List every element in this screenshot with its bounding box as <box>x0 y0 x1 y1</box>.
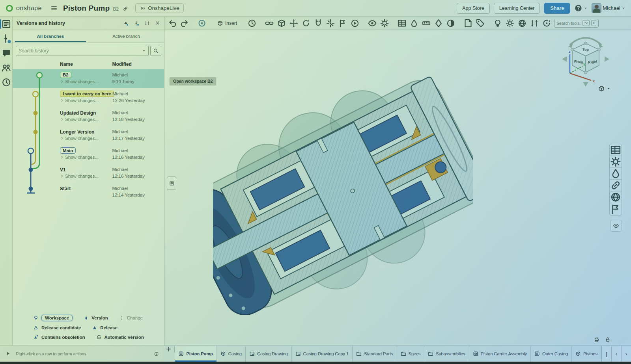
section-view-icon[interactable] <box>446 19 456 28</box>
tab-active-branch[interactable]: Active branch <box>88 30 164 42</box>
tab-manager-button[interactable]: [ <box>601 346 611 362</box>
workspace-badge[interactable]: Main <box>60 147 76 154</box>
search-history-input[interactable] <box>19 48 142 54</box>
tab-specs[interactable]: Specs <box>397 346 425 362</box>
move-part-icon[interactable] <box>289 19 299 28</box>
3d-viewport[interactable]: Open workspace B2 Top Front Right z x y <box>164 30 631 345</box>
configurations-panel-icon[interactable] <box>610 156 622 168</box>
bom-panel-icon[interactable] <box>610 144 622 156</box>
tab-standard-parts[interactable]: Standard Parts <box>353 346 397 362</box>
tab-casing-drawing[interactable]: Casing Drawing <box>246 346 292 362</box>
named-positions-icon[interactable] <box>338 19 347 28</box>
search-tools-box[interactable]: ⌥ c <box>554 19 599 28</box>
compare-icon[interactable] <box>144 20 150 26</box>
mate-icon[interactable] <box>265 19 274 28</box>
onshape-live-badge[interactable]: OnshapeLive <box>135 3 184 13</box>
tab-outer-casing[interactable]: Outer Casing <box>531 346 572 362</box>
compare-tool-icon[interactable] <box>530 19 539 28</box>
tag-icon[interactable] <box>476 19 485 28</box>
share-button[interactable]: Share <box>544 3 570 14</box>
document-menu-icon[interactable] <box>50 5 58 12</box>
version-row-main[interactable]: Main Show changes... Michael12:16 Yester… <box>13 145 164 164</box>
show-changes-link[interactable]: Show changes... <box>60 79 99 84</box>
printer-icon[interactable] <box>594 337 599 342</box>
versions-panel-icon[interactable] <box>1 19 11 29</box>
chevron-down-icon[interactable] <box>142 49 146 53</box>
display-states-icon[interactable] <box>368 19 377 28</box>
search-tools-input[interactable] <box>556 21 581 26</box>
tab-casing-drawing-copy-1[interactable]: Casing Drawing Copy 1 <box>292 346 353 362</box>
version-row-longer-version[interactable]: Longer Version Show changes... Michael12… <box>13 126 164 145</box>
sharing-panel-icon[interactable] <box>610 191 622 203</box>
create-version-icon[interactable] <box>1 33 11 44</box>
group-icon[interactable] <box>277 19 286 28</box>
insert-button[interactable]: Insert <box>215 19 239 27</box>
explode-icon[interactable] <box>326 19 335 28</box>
version-name[interactable]: Updated Design <box>60 110 96 116</box>
show-changes-link[interactable]: Show changes... <box>60 98 99 103</box>
mass-properties-icon[interactable] <box>434 19 443 28</box>
search-history-combobox[interactable] <box>16 46 149 56</box>
share-view-icon[interactable] <box>517 19 527 28</box>
learning-center-button[interactable]: Learning Center <box>494 3 540 14</box>
tab-piston-carrier-assembly[interactable]: Piston Carrier Assembly <box>469 346 531 362</box>
redo-icon[interactable] <box>180 19 189 28</box>
workspace-badge[interactable]: B2 <box>60 72 71 78</box>
show-changes-link[interactable]: Show changes... <box>60 174 99 178</box>
version-name[interactable]: V1 <box>60 166 66 173</box>
sheet-metal-icon[interactable] <box>463 19 473 28</box>
view-options-menu[interactable] <box>598 85 610 92</box>
info-icon[interactable] <box>154 351 159 357</box>
tab-subassemblies[interactable]: Subassemblies <box>424 346 469 362</box>
version-row-b2[interactable]: B2 Show changes... Michael9:10 Today <box>13 69 164 88</box>
create-version-icon[interactable] <box>134 20 139 26</box>
close-icon[interactable] <box>155 20 160 26</box>
workspace-badge[interactable]: I want to carry on here <box>60 91 114 97</box>
feature-filter-icon[interactable] <box>610 203 622 215</box>
show-changes-link[interactable]: Show changes... <box>60 117 99 122</box>
new-tab-button[interactable] <box>163 346 175 352</box>
snap-mode-icon[interactable] <box>314 19 323 28</box>
search-button[interactable] <box>150 46 161 56</box>
measure-icon[interactable] <box>422 19 431 28</box>
tab-piston-pump[interactable]: Piston Pump <box>175 346 217 362</box>
version-name[interactable]: Start <box>60 185 71 191</box>
visibility-tool-button[interactable] <box>610 220 622 232</box>
view-cube[interactable]: Top Front Right z x y <box>558 35 613 90</box>
create-branch-icon[interactable] <box>123 20 129 26</box>
show-changes-link[interactable]: Show changes... <box>60 136 99 141</box>
link-icon[interactable] <box>123 6 128 11</box>
app-store-button[interactable]: App Store <box>457 3 490 14</box>
help-menu[interactable] <box>574 4 588 12</box>
appearance-icon[interactable] <box>409 19 419 28</box>
show-changes-link[interactable]: Show changes... <box>60 155 99 160</box>
version-row-updated-design[interactable]: Updated Design Show changes... Michael12… <box>13 107 164 126</box>
piston-pump-model[interactable] <box>213 63 473 315</box>
tab-all-branches[interactable]: All branches <box>13 30 88 42</box>
turn-mode-icon[interactable] <box>197 19 207 28</box>
tab-pistons[interactable]: Pistons <box>572 346 601 362</box>
follow-mode-icon[interactable] <box>1 63 11 73</box>
comments-icon[interactable] <box>1 48 11 58</box>
animate-icon[interactable] <box>350 19 360 28</box>
tab-next-button[interactable]: › <box>621 346 631 362</box>
version-row-v1[interactable]: V1 Show changes... Michael12:16 Yesterda… <box>13 164 164 183</box>
onshape-logo[interactable]: onshape <box>6 4 42 12</box>
user-menu[interactable]: Michael <box>592 3 625 13</box>
auto-update-icon[interactable] <box>542 19 551 28</box>
isolate-icon[interactable] <box>493 19 502 28</box>
tab-prev-button[interactable]: ‹ <box>611 346 621 362</box>
rotate-part-icon[interactable] <box>301 19 311 28</box>
tab-casing[interactable]: Casing <box>217 346 246 362</box>
version-row-carry-on[interactable]: I want to carry on here Show changes... … <box>13 88 164 107</box>
version-row-start[interactable]: Start Michael12:14 Yesterday <box>13 183 164 202</box>
document-title[interactable]: Piston Pump <box>63 4 110 13</box>
history-icon[interactable] <box>1 77 11 87</box>
lock-icon[interactable] <box>605 337 610 342</box>
version-name[interactable]: Longer Version <box>60 128 94 135</box>
panel-collapse-handle[interactable] <box>167 176 176 190</box>
linked-documents-panel-icon[interactable] <box>610 180 622 191</box>
appearance-panel-icon[interactable] <box>610 168 622 180</box>
configurations-icon[interactable] <box>380 19 389 28</box>
undo-icon[interactable] <box>168 19 177 28</box>
